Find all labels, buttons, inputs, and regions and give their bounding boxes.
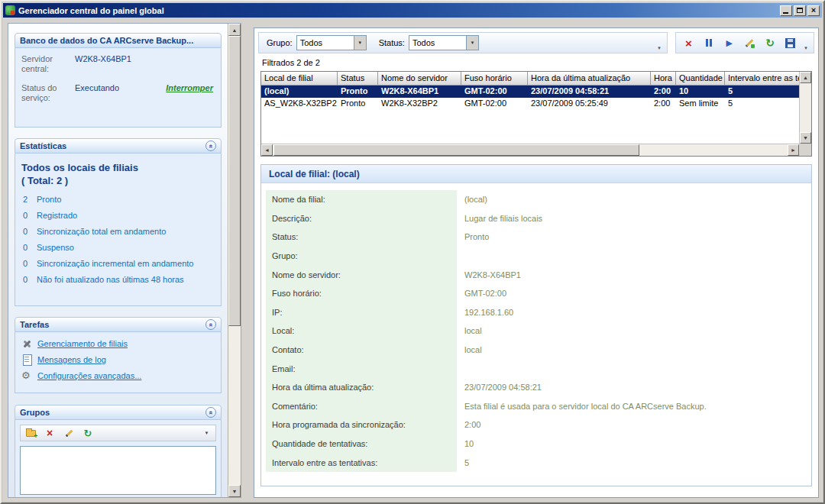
edit-group-button[interactable] [63, 427, 75, 439]
close-button[interactable]: × [807, 5, 820, 16]
group-filter-select[interactable]: Todos ▼ [296, 35, 367, 50]
toolbar-overflow-icon[interactable]: ▼ [655, 33, 664, 53]
detail-label: Intervalo entre as tentativas: [266, 453, 457, 472]
detail-value: 2:00 [457, 415, 807, 435]
detail-label: Hora da última atualização: [266, 378, 457, 397]
table-cell: W2K8-X32BP2 [378, 98, 461, 110]
stat-item: 0 Não foi atualizado nas últimas 48 hora… [23, 275, 215, 284]
column-header[interactable]: Hora [651, 72, 676, 86]
branch-management-icon [21, 338, 33, 349]
detail-value [457, 247, 807, 266]
table-cell: GMT-02:00 [461, 86, 528, 98]
scroll-left-button[interactable]: ◄ [261, 144, 273, 156]
groups-list[interactable] [20, 446, 216, 495]
gear-icon: ⚙ [21, 370, 33, 381]
title-bar[interactable]: Gerenciador central do painel global × [3, 3, 822, 18]
toolbar-overflow-icon[interactable]: ▼ [202, 431, 212, 435]
sidebar-scrollbar[interactable]: ▲ ▼ [228, 24, 241, 497]
detail-label: Nome da filial: [266, 190, 457, 209]
toolbar-overflow-icon[interactable]: ▼ [801, 33, 810, 53]
central-server-label: Servidor central: [21, 54, 75, 74]
stat-label: Suspenso [37, 243, 74, 252]
refresh-button[interactable]: ↻ [761, 34, 780, 51]
statistics-collapse-button[interactable]: « [205, 141, 216, 151]
task-item: ⚙ Configurações avançadas... [21, 370, 215, 381]
minimize-icon [783, 12, 788, 14]
table-row[interactable]: (local) Pronto W2K8-X64BP1 GMT-02:00 23/… [261, 86, 799, 98]
table-vertical-scrollbar[interactable]: ▲ ▼ [799, 72, 811, 144]
maximize-button[interactable] [794, 5, 806, 16]
column-header[interactable]: Hora da última atualização [528, 72, 651, 86]
tasks-collapse-button[interactable]: « [205, 319, 216, 330]
stat-label: Não foi atualizado nas últimas 48 horas [37, 275, 184, 284]
new-folder-icon [26, 430, 36, 437]
statistics-heading-line2: ( Total: 2 ) [21, 174, 215, 187]
advanced-settings-link[interactable]: Configurações avançadas... [37, 371, 141, 380]
table-cell: Sem limite [676, 98, 725, 110]
delete-branch-button[interactable]: × [679, 34, 698, 51]
new-group-button[interactable] [24, 427, 37, 439]
scrollbar-thumb[interactable] [228, 36, 241, 326]
detail-label: Grupo: [266, 247, 457, 266]
refresh-icon: ↻ [84, 428, 92, 438]
column-header[interactable]: Intervalo entre as te [725, 72, 799, 86]
stat-item: 0 Suspenso [23, 243, 215, 252]
scroll-down-button[interactable]: ▼ [800, 132, 811, 144]
statistics-panel: Estatísticas « Todos os locais de filiai… [15, 138, 222, 306]
log-messages-link[interactable]: Mensagens de log [37, 355, 106, 364]
stat-label: Pronto [37, 195, 61, 204]
column-header[interactable]: Fuso horário [461, 72, 528, 86]
column-header[interactable]: Quantidade [676, 72, 725, 86]
detail-row: Descrição: Lugar de filiais locais [266, 209, 807, 228]
resume-button[interactable]: ▶ [720, 34, 739, 51]
table-cell: GMT-02:00 [461, 98, 528, 110]
window-controls: × [780, 5, 820, 16]
scroll-up-button[interactable]: ▲ [228, 24, 241, 36]
branch-management-link[interactable]: Gerenciamento de filiais [37, 339, 128, 348]
delete-group-button[interactable]: × [44, 427, 56, 439]
detail-row: Grupo: [266, 247, 807, 266]
chevron-down-icon[interactable]: ▼ [466, 36, 478, 50]
scroll-down-button[interactable]: ▼ [228, 485, 241, 497]
column-header[interactable]: Local de filial [261, 72, 338, 86]
suspend-button[interactable] [700, 34, 719, 51]
detail-row: Status: Pronto [266, 228, 807, 247]
scrollbar-thumb[interactable] [273, 144, 639, 156]
chevron-up-icon: « [207, 410, 214, 414]
refresh-groups-button[interactable]: ↻ [82, 427, 94, 439]
stat-count: 2 [23, 195, 37, 204]
statistics-heading: Todos os locais de filiais ( Total: 2 ) [21, 161, 215, 187]
stop-service-link[interactable]: Interromper [166, 83, 215, 103]
scroll-up-icon: ▲ [232, 27, 238, 33]
stat-count: 0 [23, 275, 37, 284]
save-icon [785, 38, 795, 48]
table-grid: Local de filial Status Nome do servidor … [261, 72, 799, 144]
table-row[interactable]: AS_W2K8-X32BP2 Pronto W2K8-X32BP2 GMT-02… [261, 98, 799, 110]
stat-count: 0 [23, 227, 37, 236]
groups-collapse-button[interactable]: « [205, 407, 216, 418]
table-horizontal-scrollbar[interactable]: ◄ ► [261, 144, 799, 156]
scroll-up-button[interactable]: ▲ [800, 72, 811, 83]
table-cell: 2:00 [651, 86, 676, 98]
minimize-button[interactable] [780, 5, 792, 16]
modify-schedule-button[interactable] [740, 34, 759, 51]
chevron-down-icon[interactable]: ▼ [354, 36, 366, 50]
table-cell: (local) [261, 86, 338, 98]
save-button[interactable] [781, 34, 800, 51]
column-header[interactable]: Nome do servidor [378, 72, 461, 86]
detail-label: IP: [266, 303, 457, 322]
chevron-up-icon: « [207, 144, 214, 147]
column-header[interactable]: Status [338, 72, 378, 86]
detail-row: Contato: local [266, 341, 807, 360]
scroll-right-button[interactable]: ► [788, 144, 799, 156]
detail-title: Local de filial: (local) [261, 165, 811, 183]
detail-row: Intervalo entre as tentativas: 5 [266, 453, 807, 472]
task-item: Gerenciamento de filiais [21, 338, 215, 349]
close-icon: × [811, 6, 816, 15]
detail-label: Local: [266, 321, 457, 341]
maximize-icon [797, 8, 803, 13]
detail-value: Esta filial é usada para o servidor loca… [457, 397, 807, 416]
status-filter-select[interactable]: Todos ▼ [409, 35, 479, 50]
tasks-panel: Tarefas « Gerenciamento de filiais Mensa… [15, 317, 222, 393]
detail-value: Lugar de filiais locais [457, 209, 807, 228]
